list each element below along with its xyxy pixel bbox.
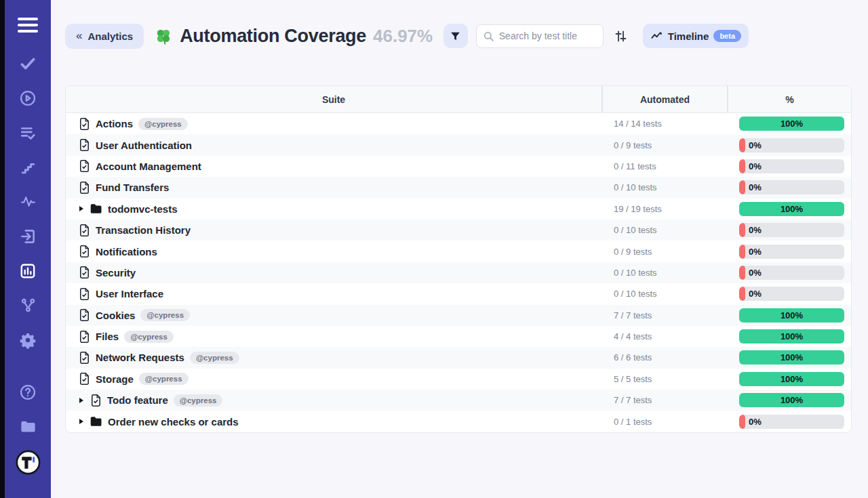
timeline-button[interactable]: Timeline beta: [643, 24, 749, 48]
help-icon: [19, 383, 37, 404]
main-area: « Analytics Automation Coverage 46.97%: [51, 0, 868, 498]
suite-cell: Transaction History: [66, 224, 601, 236]
sidebar-item-pulse[interactable]: [5, 186, 51, 220]
coverage-bar: 100%: [739, 350, 844, 365]
automated-count: 14 / 14 tests: [601, 119, 727, 129]
coverage-bar-label: 0%: [749, 415, 762, 429]
view-settings-button[interactable]: [610, 25, 632, 47]
app-logo[interactable]: [5, 445, 51, 480]
suite-name: Network Requests: [96, 352, 184, 363]
sidebar-item-tests[interactable]: [5, 47, 51, 82]
coverage-bar-label: 0%: [749, 180, 762, 194]
test-file-icon: [79, 266, 90, 278]
suite-name: Notifications: [96, 246, 157, 257]
suite-tag[interactable]: @cypress: [124, 331, 174, 343]
analytics-back-button[interactable]: « Analytics: [65, 24, 144, 49]
test-file-icon: [79, 309, 90, 321]
table-row[interactable]: Storage @cypress 5 / 5 tests 100%: [66, 369, 851, 390]
table-row[interactable]: User Authentication 0 / 9 tests 0%: [66, 134, 851, 155]
table-row[interactable]: Fund Transfers 0 / 10 tests 0%: [66, 177, 851, 198]
suite-name: Cookies: [96, 310, 135, 321]
coverage-bar-label: 100%: [739, 372, 844, 386]
suite-tag[interactable]: @cypress: [174, 394, 223, 407]
table-row[interactable]: Security 0 / 10 tests 0%: [66, 262, 851, 283]
column-header-suite: Suite: [66, 86, 601, 112]
table-row[interactable]: Network Requests @cypress 6 / 6 tests 10…: [66, 347, 851, 368]
suite-cell: Security: [66, 266, 601, 278]
coverage-bar-label: 0%: [749, 245, 762, 259]
list-check-icon: [19, 124, 37, 144]
suite-tag[interactable]: @cypress: [138, 118, 188, 130]
coverage-percent: 46.97%: [373, 26, 433, 47]
analytics-back-label: Analytics: [87, 30, 133, 42]
test-file-icon: [79, 139, 90, 151]
coverage-bar: 0%: [739, 223, 844, 237]
search-input[interactable]: [476, 24, 604, 48]
suite-name: Storage: [96, 373, 134, 385]
sidebar-item-test-plans[interactable]: [5, 117, 51, 151]
table-row[interactable]: todomvc-tests 19 / 19 tests 100%: [66, 199, 851, 220]
adjustments-icon: [614, 29, 628, 43]
activity-icon: [20, 193, 37, 213]
coverage-bar-label: 0%: [749, 159, 762, 173]
suite-cell: Cookies @cypress: [66, 309, 601, 321]
sidebar-item-projects[interactable]: [5, 411, 51, 445]
coverage-bar-label: 100%: [739, 393, 844, 407]
suite-name: Security: [96, 267, 136, 278]
suite-cell: Account Management: [66, 160, 601, 172]
expand-caret-icon[interactable]: [79, 397, 85, 404]
suite-tag[interactable]: @cypress: [190, 352, 239, 364]
test-file-icon: [79, 160, 90, 172]
bar-chart-icon: [19, 262, 37, 283]
sidebar-item-import[interactable]: [5, 220, 51, 255]
suite-name: todomvc-tests: [108, 203, 178, 215]
coverage-bar-label: 100%: [739, 117, 844, 131]
folder-icon: [19, 417, 37, 438]
percent-cell: 0%: [727, 180, 851, 194]
expand-caret-icon[interactable]: [79, 205, 85, 212]
table-row[interactable]: Files @cypress 4 / 4 tests 100%: [66, 326, 851, 347]
coverage-bar: 0%: [739, 180, 844, 194]
table-row[interactable]: Cookies @cypress 7 / 7 tests 100%: [66, 305, 851, 326]
expand-caret-icon[interactable]: [79, 418, 85, 425]
branch-icon: [20, 297, 37, 316]
table-row[interactable]: Order new checks or cards 0 / 1 tests 0%: [66, 411, 851, 432]
table-row[interactable]: Account Management 0 / 11 tests 0%: [66, 156, 851, 177]
sidebar-item-help[interactable]: [5, 376, 51, 411]
table-row[interactable]: User Interface 0 / 10 tests 0%: [66, 283, 851, 304]
sidebar-item-analytics[interactable]: [5, 255, 51, 289]
automated-count: 0 / 10 tests: [601, 289, 727, 299]
clover-icon: [154, 26, 173, 45]
sidebar-item-settings[interactable]: [5, 324, 51, 358]
table-row[interactable]: Notifications 0 / 9 tests 0%: [66, 241, 851, 262]
coverage-table: Suite Automated % Actions @cypress: [65, 85, 852, 433]
test-file-icon: [90, 394, 102, 407]
test-file-icon: [79, 118, 90, 130]
suite-tag[interactable]: @cypress: [139, 373, 189, 385]
sidebar-item-branches[interactable]: [5, 289, 51, 324]
suite-tag[interactable]: @cypress: [140, 309, 190, 321]
coverage-bar: 100%: [739, 202, 844, 216]
coverage-bar: 100%: [739, 372, 844, 386]
search-box: [476, 24, 604, 48]
table-row[interactable]: Transaction History 0 / 10 tests 0%: [66, 220, 851, 241]
percent-cell: 100%: [727, 308, 851, 323]
suite-cell: Storage @cypress: [66, 373, 601, 385]
suite-name: Todo feature: [107, 394, 168, 406]
suite-folder-icon: [90, 203, 102, 214]
steps-icon: [20, 159, 37, 178]
table-row[interactable]: Actions @cypress 14 / 14 tests 100%: [66, 113, 851, 134]
automated-count: 0 / 9 tests: [601, 247, 727, 257]
menu-icon[interactable]: [18, 18, 38, 33]
coverage-bar: 100%: [739, 308, 844, 323]
suite-cell: Order new checks or cards: [66, 416, 601, 428]
table-row[interactable]: Todo feature @cypress 7 / 7 tests 100%: [66, 390, 851, 411]
coverage-bar-fill: [739, 266, 745, 280]
filter-button[interactable]: [443, 24, 468, 48]
sidebar-item-runs[interactable]: [5, 82, 51, 117]
sidebar-nav: [5, 47, 51, 358]
play-circle-icon: [19, 89, 37, 110]
suite-name: Files: [96, 331, 119, 342]
coverage-bar-label: 0%: [749, 266, 762, 280]
sidebar-item-steps[interactable]: [5, 151, 51, 186]
